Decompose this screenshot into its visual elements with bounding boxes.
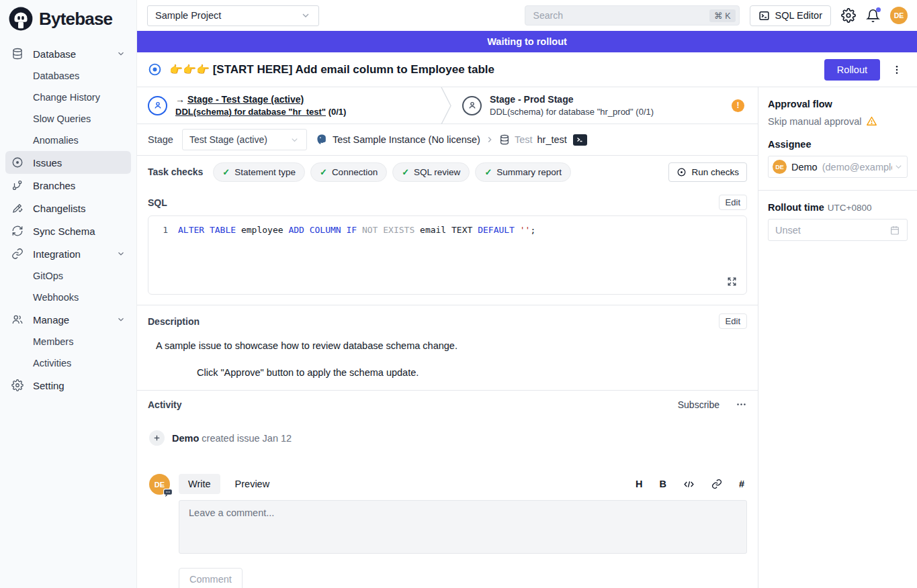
chevron-down-icon — [893, 162, 904, 172]
sql-code-editor[interactable]: 1ALTER TABLE employee ADD COLUMN IF NOT … — [148, 215, 747, 295]
sidebar-item-slow-queries[interactable]: Slow Queries — [5, 108, 131, 130]
assignee-email: (demo@example — [822, 162, 892, 173]
sidebar-item-databases[interactable]: Databases — [5, 65, 131, 87]
gear-icon — [11, 379, 24, 392]
open-sql-editor-icon[interactable] — [573, 134, 587, 146]
sql-section: SQL Edit 1ALTER TABLE employee ADD COLUM… — [137, 188, 758, 295]
description-edit-button[interactable]: Edit — [719, 313, 747, 329]
search-input[interactable]: Search ⌘ K — [525, 5, 740, 26]
bold-icon[interactable]: B — [659, 479, 666, 489]
line-number: 1 — [148, 225, 178, 235]
sidebar-item-branches[interactable]: Branches — [5, 174, 131, 197]
chevron-down-icon — [290, 135, 300, 145]
activity-section-title: Activity — [148, 399, 182, 410]
comment-submit-button[interactable]: Comment — [179, 568, 243, 588]
sidebar-item-anomalies[interactable]: Anomalies — [5, 130, 131, 151]
rollout-button[interactable]: Rollout — [824, 59, 880, 81]
sidebar-item-integration[interactable]: Integration — [5, 242, 131, 265]
sql-code-line: 1ALTER TABLE employee ADD COLUMN IF NOT … — [148, 225, 746, 235]
sql-section-title: SQL — [148, 197, 167, 208]
stage-separator-chevron — [441, 87, 451, 124]
sidebar-item-changelists[interactable]: Changelists — [5, 197, 131, 219]
stage-select[interactable]: Test Stage (active) — [182, 129, 307, 150]
task-check-statement-type[interactable]: ✓Statement type — [213, 162, 305, 182]
assignee-select[interactable]: DE Demo (demo@example — [768, 156, 908, 178]
task-check-summary-report[interactable]: ✓Summary report — [475, 162, 571, 182]
assignee-avatar: DE — [773, 160, 787, 174]
chevron-down-icon — [300, 10, 311, 21]
search-shortcut-badge: ⌘ K — [709, 9, 735, 22]
code-icon[interactable] — [683, 479, 695, 490]
user-avatar[interactable]: DE — [890, 7, 908, 24]
subscribe-button[interactable]: Subscribe — [678, 399, 719, 410]
comment-avatar: DE — [149, 474, 170, 495]
stage-prod[interactable]: Stage - Prod Stage DDL(schema) for datab… — [451, 87, 663, 124]
bytebase-logo-icon — [8, 6, 34, 32]
check-icon: ✓ — [222, 167, 230, 177]
sidebar-item-label: Database — [33, 48, 76, 60]
brand-name: Bytebase — [39, 9, 112, 30]
sidebar-item-gitops[interactable]: GitOps — [5, 265, 131, 287]
sidebar-item-database[interactable]: Database — [5, 42, 131, 65]
stage-select-value: Test Stage (active) — [189, 134, 267, 145]
task-check-connection[interactable]: ✓Connection — [310, 162, 387, 182]
top-bar: Sample Project Search ⌘ K SQL Editor DE — [137, 0, 917, 31]
more-menu-ellipsis-icon[interactable] — [736, 399, 747, 410]
database-name[interactable]: hr_test — [537, 134, 567, 145]
tab-write[interactable]: Write — [179, 474, 220, 494]
current-stage-arrow-icon: → — [175, 94, 185, 105]
sidebar-item-sync-schema[interactable]: Sync Schema — [5, 219, 131, 242]
run-checks-button[interactable]: Run checks — [668, 162, 747, 182]
project-select[interactable]: Sample Project — [147, 5, 319, 26]
instance-name[interactable]: Test Sample Instance (No license) — [333, 134, 480, 145]
sidebar-item-webhooks[interactable]: Webhooks — [5, 287, 131, 308]
stage-test[interactable]: →Stage - Test Stage (active) DDL(schema)… — [137, 87, 441, 124]
sidebar-item-label: Issues — [33, 157, 62, 168]
heading-icon[interactable]: H — [636, 479, 642, 489]
tab-preview[interactable]: Preview — [226, 474, 279, 494]
bytebase-logo[interactable]: Bytebase — [0, 0, 136, 42]
stage-selector-row: Stage Test Stage (active) Test Sample In… — [137, 124, 758, 156]
stage-name: →Stage - Test Stage (active) — [175, 94, 304, 105]
link-icon[interactable] — [711, 479, 722, 489]
activity-action: created issue Jan 12 — [202, 433, 292, 444]
assignee-name: Demo — [791, 162, 818, 173]
activity-section: Activity Subscribe Demo created issue Ja… — [137, 390, 758, 588]
task-check-sql-review[interactable]: ✓SQL review — [392, 162, 470, 182]
rollout-time-label: Rollout timeUTC+0800 — [768, 202, 908, 213]
comment-composer: DE Write Preview H B — [149, 474, 747, 588]
sql-edit-button[interactable]: Edit — [719, 195, 747, 210]
breadcrumb-separator — [485, 135, 494, 144]
sql-editor-button[interactable]: SQL Editor — [750, 5, 831, 26]
sidebar-item-manage[interactable]: Manage — [5, 308, 131, 331]
sidebar-item-label: Changelists — [33, 203, 85, 214]
sql-editor-label: SQL Editor — [775, 10, 822, 21]
rollout-time-placeholder: Unset — [775, 225, 801, 236]
sql-token: NOT EXISTS — [362, 225, 414, 235]
sidebar-item-change-history[interactable]: Change History — [5, 87, 131, 108]
expand-fullscreen-icon[interactable] — [727, 277, 737, 287]
target-icon — [676, 167, 687, 177]
sql-token: ADD COLUMN IF — [288, 225, 357, 235]
task-checks-row: Task checks ✓Statement type ✓Connection … — [137, 156, 758, 188]
sidebar-item-activities[interactable]: Activities — [5, 352, 131, 374]
content-row: →Stage - Test Stage (active) DDL(schema)… — [137, 87, 917, 588]
stage-person-icon — [148, 96, 167, 115]
stage-person-icon — [462, 96, 482, 115]
sql-token: DEFAULT — [478, 225, 515, 235]
hash-icon[interactable]: # — [739, 479, 744, 489]
issue-status-open-icon — [148, 62, 162, 77]
warning-triangle-icon — [866, 115, 877, 127]
sidebar-item-issues[interactable]: Issues — [5, 151, 131, 174]
issue-header: 👉👉👉 [START HERE] Add email column to Emp… — [137, 52, 917, 87]
users-icon — [11, 313, 24, 326]
sidebar-item-members[interactable]: Members — [5, 331, 131, 352]
settings-gear-icon[interactable] — [841, 8, 856, 23]
more-menu-kebab-icon[interactable] — [887, 64, 906, 76]
notification-bell-icon[interactable] — [866, 9, 880, 23]
left-sidebar: Bytebase Database Databases Change Histo… — [0, 0, 137, 588]
sidebar-item-setting[interactable]: Setting — [5, 374, 131, 397]
stage-warning-icon: ! — [732, 99, 744, 112]
rollout-time-input[interactable]: Unset — [768, 219, 908, 241]
comment-input[interactable] — [179, 500, 747, 554]
